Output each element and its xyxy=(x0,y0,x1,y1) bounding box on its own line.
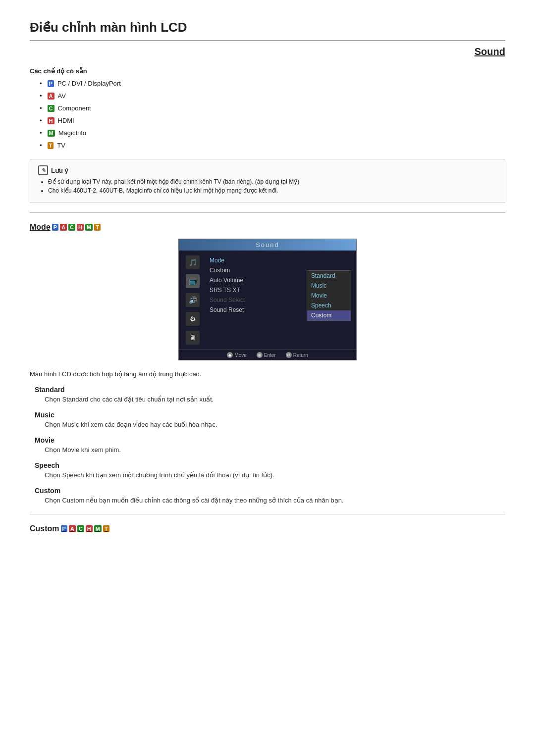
custom-badge-t: T xyxy=(103,525,109,532)
available-modes-title: Các chế độ có sẵn xyxy=(30,67,505,75)
osd-container: Sound 🎵 📺 🔊 ⚙ 🖥 Mode Custom Auto Volume … xyxy=(30,239,505,360)
osd-icon-custom: 📺 xyxy=(186,274,200,288)
note-item-1: Để sử dụng loại TV này, phải kết nối một… xyxy=(48,178,497,185)
mode-item-music: Music Chọn Music khi xem các đoạn video … xyxy=(35,411,505,428)
osd-menu-custom: Custom xyxy=(207,265,299,275)
note-list: Để sử dụng loại TV này, phải kết nối một… xyxy=(38,178,497,194)
mode-item-standard-desc: Chọn Standard cho các cài đặt tiêu chuẩn… xyxy=(35,396,505,403)
mode-description: Màn hình LCD được tích hợp bộ tăng âm độ… xyxy=(30,370,505,378)
custom-badge-a: A xyxy=(69,525,76,532)
mode-item-movie-title: Movie xyxy=(35,436,505,444)
mode-badge-h: H xyxy=(77,224,84,231)
page-title: Điều chỉnh màn hình LCD xyxy=(30,20,505,41)
osd-footer-move: ◆ Move xyxy=(227,352,246,358)
osd-icon-sound: 🎵 xyxy=(186,255,200,269)
mode-item-standard: Standard Chọn Standard cho các cài đặt t… xyxy=(35,386,505,403)
osd-submenu-speech: Speech xyxy=(307,301,351,310)
return-icon: ↺ xyxy=(286,352,292,358)
osd-title-bar: Sound xyxy=(179,239,356,251)
mode-items-list: Standard Chọn Standard cho các cài đặt t… xyxy=(30,386,505,504)
osd-box: Sound 🎵 📺 🔊 ⚙ 🖥 Mode Custom Auto Volume … xyxy=(178,239,357,360)
mode-list: P PC / DVI / DisplayPort A AV C Componen… xyxy=(30,80,505,149)
osd-menu-sound-reset: Sound Reset xyxy=(207,305,299,315)
osd-menu-auto-volume: Auto Volume xyxy=(207,275,299,285)
osd-submenu-movie: Movie xyxy=(307,291,351,301)
list-item: A AV xyxy=(40,92,505,100)
move-icon: ◆ xyxy=(227,352,233,358)
mode-item-speech-desc: Chọn Speech khi bạn xem một chương trình… xyxy=(35,471,505,479)
divider-1 xyxy=(30,212,505,213)
mode-item-movie: Movie Chọn Movie khi xem phim. xyxy=(35,436,505,454)
note-title: ✎ Lưu ý xyxy=(38,165,497,175)
osd-icon-display: 🖥 xyxy=(186,331,200,345)
badge-t: T xyxy=(48,142,54,149)
list-item: P PC / DVI / DisplayPort xyxy=(40,80,505,87)
enter-icon: ⊞ xyxy=(257,352,263,358)
divider-2 xyxy=(30,514,505,514)
list-item: H HDMI xyxy=(40,117,505,124)
badge-p: P xyxy=(48,80,54,87)
badge-a: A xyxy=(48,93,54,100)
badge-m: M xyxy=(48,130,55,137)
mode-item-music-desc: Chọn Music khi xem các đoạn video hay cá… xyxy=(35,421,505,428)
osd-icons: 🎵 📺 🔊 ⚙ 🖥 xyxy=(184,255,202,345)
osd-footer: ◆ Move ⊞ Enter ↺ Return xyxy=(179,350,356,360)
mode-section-title: Mode PACHMT xyxy=(30,223,505,232)
osd-right-panel: Standard Music Movie Speech Custom xyxy=(304,255,351,345)
osd-submenu-music: Music xyxy=(307,281,351,291)
mode-badge-c: C xyxy=(68,224,75,231)
sound-header: Sound xyxy=(30,46,505,57)
mode-item-speech-title: Speech xyxy=(35,461,505,469)
osd-icon-settings: ⚙ xyxy=(186,312,200,326)
mode-item-custom: Custom Chọn Custom nếu bạn muốn điều chỉ… xyxy=(35,487,505,504)
custom-badge-h: H xyxy=(86,525,93,532)
badge-c: C xyxy=(48,105,54,112)
osd-footer-enter: ⊞ Enter xyxy=(257,352,276,358)
list-item: T TV xyxy=(40,142,505,149)
note-icon: ✎ xyxy=(38,165,48,175)
custom-badge-m: M xyxy=(94,525,102,532)
mode-item-music-title: Music xyxy=(35,411,505,419)
mode-item-custom-desc: Chọn Custom nếu bạn muốn điều chỉnh các … xyxy=(35,497,505,504)
custom-section-title: Custom PACHMT xyxy=(30,524,505,533)
osd-icon-volume: 🔊 xyxy=(186,293,200,307)
osd-submenu: Standard Music Movie Speech Custom xyxy=(307,270,351,321)
custom-badge-c: C xyxy=(77,525,84,532)
osd-footer-return: ↺ Return xyxy=(286,352,308,358)
osd-menu-srs: SRS TS XT xyxy=(207,285,299,295)
osd-menu: Mode Custom Auto Volume SRS TS XT Sound … xyxy=(207,255,299,345)
custom-badge-group: PACHMT xyxy=(61,525,110,532)
mode-badge-p: P xyxy=(52,224,58,231)
osd-menu-sound-select: Sound Select xyxy=(207,295,299,305)
custom-badge-p: P xyxy=(61,525,67,532)
mode-badge-a: A xyxy=(60,224,67,231)
mode-item-custom-title: Custom xyxy=(35,487,505,495)
osd-menu-mode: Mode xyxy=(207,255,299,265)
mode-item-standard-title: Standard xyxy=(35,386,505,394)
mode-badge-m: M xyxy=(85,224,93,231)
note-item-2: Cho kiểu 460UT-2, 460UT-B, MagicInfo chỉ… xyxy=(48,187,497,194)
mode-item-movie-desc: Chọn Movie khi xem phim. xyxy=(35,446,505,454)
osd-body: 🎵 📺 🔊 ⚙ 🖥 Mode Custom Auto Volume SRS TS… xyxy=(179,251,356,350)
note-box: ✎ Lưu ý Để sử dụng loại TV này, phải kết… xyxy=(30,159,505,202)
osd-submenu-standard: Standard xyxy=(307,271,351,281)
badge-group: PACHMT xyxy=(52,224,102,231)
osd-submenu-custom: Custom xyxy=(307,310,351,320)
list-item: C Component xyxy=(40,104,505,112)
mode-badge-t: T xyxy=(94,224,101,231)
mode-item-speech: Speech Chọn Speech khi bạn xem một chươn… xyxy=(35,461,505,479)
list-item: M MagicInfo xyxy=(40,129,505,137)
badge-h: H xyxy=(48,117,54,124)
